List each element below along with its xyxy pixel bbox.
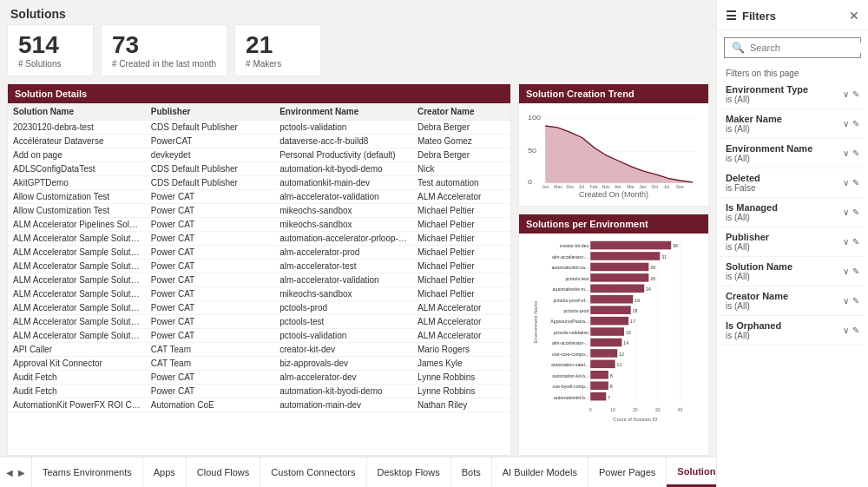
svg-text:alm-accelerator-...: alm-accelerator-... [552,254,589,260]
svg-text:30: 30 [655,407,661,412]
svg-rect-64 [590,359,615,368]
svg-text:50: 50 [528,147,536,155]
svg-text:Environment Name: Environment Name [533,300,538,343]
nav-tab-ai-builder-models[interactable]: AI Builder Models [492,457,589,487]
filter-item-is-orphaned[interactable]: Is Orphaned is (All) ∨ ✎ [720,316,865,346]
filters-search-input[interactable] [750,43,868,53]
svg-rect-55 [590,327,624,336]
filter-edit-icon[interactable]: ✎ [852,119,859,128]
svg-text:24: 24 [646,286,651,292]
svg-text:0: 0 [589,407,592,412]
svg-text:31: 31 [661,254,667,260]
table-row: ADLSConfigDataTestCDS Default Publishera… [8,161,510,175]
table-row: API CallerCAT Teamcreator-kit-devMario R… [8,342,510,356]
kpi-last-month: 73 # Created in the last month [101,24,227,76]
kpi-solutions: 514 # Solutions [7,24,94,76]
table-row: ALM Accelerator Sample SolutionPower CAT… [8,286,510,300]
filter-icon: ☰ [726,9,737,23]
filter-item-creator-name[interactable]: Creator Name is (All) ∨ ✎ [720,286,865,316]
filter-edit-icon[interactable]: ✎ [852,237,859,247]
filter-chevron-icon[interactable]: ∨ [843,89,849,99]
svg-text:Nov: Nov [602,185,611,188]
filters-search-box[interactable]: 🔍 [724,37,861,58]
table-row: ALM Accelerator Sample SolutionPower CAT… [8,300,510,314]
nav-tab-apps[interactable]: Apps [143,457,187,487]
filter-chevron-icon[interactable]: ∨ [843,178,849,188]
kpi-last-month-value: 73 [112,32,216,59]
table-row: Allow Customization TestPower CATalm-acc… [8,189,510,203]
filter-item-maker-name[interactable]: Maker Name is (All) ∨ ✎ [720,109,865,139]
filters-panel: ☰ Filters ✕ 🔍 Filters on this page Envir… [716,0,868,487]
nav-tab-teams-environments[interactable]: Teams Environments [32,457,143,487]
svg-text:Feb: Feb [590,185,598,188]
filter-chevron-icon[interactable]: ∨ [843,326,849,335]
svg-text:Apr: Apr [615,185,621,188]
svg-text:36: 36 [673,243,678,248]
filter-item-deleted[interactable]: Deleted is False ∨ ✎ [720,168,865,198]
table-row: 20230120-debra-testCDS Default Publisher… [8,120,510,134]
filter-item-environment-name[interactable]: Environment Name is (All) ∨ ✎ [720,139,865,168]
filter-edit-icon[interactable]: ✎ [852,207,859,217]
filter-chevron-icon[interactable]: ∨ [843,148,849,158]
svg-text:automationkit-sa...: automationkit-sa... [551,265,589,270]
svg-text:19: 19 [635,297,640,302]
nav-tab-solutions[interactable]: Solutions [667,457,716,487]
filter-item-solution-name[interactable]: Solution Name is (All) ∨ ✎ [720,257,865,286]
svg-text:17: 17 [630,319,635,324]
table-row: ALM Accelerator Sample SolutionPower CAT… [8,273,510,286]
filters-list: Environment Type is (All) ∨ ✎ Maker Name… [717,80,868,487]
filter-item-environment-type[interactable]: Environment Type is (All) ∨ ✎ [720,80,865,109]
table-row: ALM Accelerator Sample SolutionPower CAT… [8,231,510,245]
svg-text:18: 18 [633,308,638,313]
svg-text:Jul: Jul [579,185,584,188]
svg-rect-31 [590,241,671,250]
filter-edit-icon[interactable]: ✎ [852,148,859,158]
filter-item-publisher[interactable]: Publisher is (All) ∨ ✎ [720,227,865,257]
table-row: Add on pagedevkeydetPersonal Productivit… [8,148,510,161]
svg-text:14: 14 [623,340,628,346]
nav-tab-cloud-flows[interactable]: Cloud Flows [187,457,261,487]
svg-text:10: 10 [610,407,615,412]
svg-text:pctools-validation: pctools-validation [554,330,589,335]
svg-text:Sep: Sep [676,185,684,188]
nav-next[interactable]: ▶ [16,468,28,477]
filter-chevron-icon[interactable]: ∨ [843,267,849,276]
svg-text:20: 20 [633,407,638,412]
kpi-makers-value: 21 [246,32,310,59]
svg-rect-70 [590,381,608,390]
svg-rect-52 [590,317,628,326]
col-creator: Creator Name [412,103,510,121]
nav-tab-desktop-flows[interactable]: Desktop Flows [367,457,451,487]
filters-section-label: Filters on this page [717,65,868,80]
filter-chevron-icon[interactable]: ∨ [843,237,849,247]
svg-text:pctools-proof-of...: pctools-proof-of... [553,297,589,302]
filter-chevron-icon[interactable]: ∨ [843,119,849,128]
svg-text:26: 26 [650,276,655,281]
filter-chevron-icon[interactable]: ∨ [843,296,849,306]
filter-chevron-icon[interactable]: ∨ [843,207,849,217]
col-environment: Environment Name [274,103,412,121]
kpi-makers: 21 # Makers [234,24,321,76]
filters-close-button[interactable]: ✕ [849,9,859,23]
nav-tab-bots[interactable]: Bots [451,457,492,487]
filter-item-is-managed[interactable]: Is Managed is (All) ∨ ✎ [720,198,865,227]
filter-edit-icon[interactable]: ✎ [852,267,859,276]
nav-arrows[interactable]: ◀ ▶ [0,457,32,487]
svg-text:creator-kit-dev: creator-kit-dev [560,243,589,248]
filter-edit-icon[interactable]: ✎ [852,178,859,188]
svg-text:7: 7 [608,394,610,399]
trend-x-label: Created On (Month) [526,190,701,199]
nav-tab-power-pages[interactable]: Power Pages [589,457,667,487]
search-icon: 🔍 [732,42,745,54]
nav-tab-custom-connectors[interactable]: Custom Connectors [260,457,366,487]
svg-text:alm-accelerator-...: alm-accelerator-... [552,340,589,346]
nav-prev[interactable]: ◀ [3,468,16,477]
svg-text:Oct: Oct [651,185,659,188]
table-row: ALM Accelerator Sample SolutionPower CAT… [8,259,510,273]
filter-edit-icon[interactable]: ✎ [852,89,859,99]
filter-edit-icon[interactable]: ✎ [852,296,859,306]
table-row: ALM Accelerator Pipelines SolutionPower … [8,217,510,231]
svg-text:AppsourcePacka...: AppsourcePacka... [550,319,589,324]
filter-edit-icon[interactable]: ✎ [852,326,859,335]
svg-text:Jan: Jan [639,185,646,188]
